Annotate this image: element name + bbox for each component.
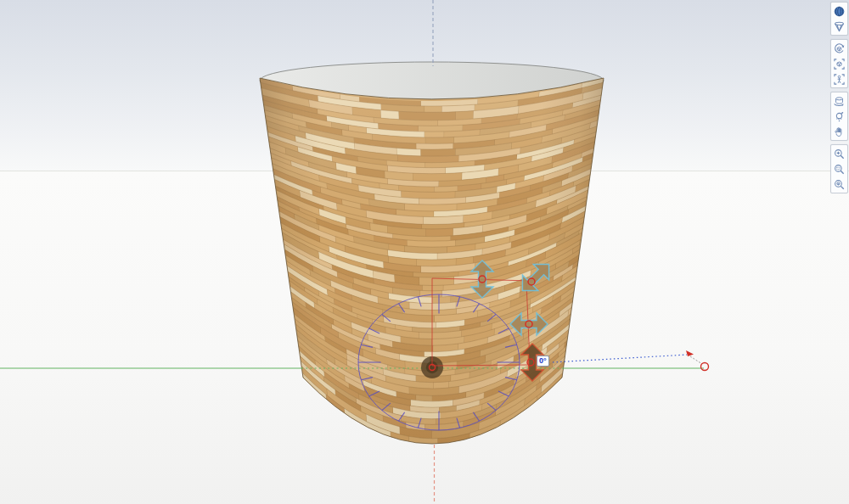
zoom-in-button[interactable] (831, 146, 847, 161)
zoom-fit-button[interactable] (831, 56, 847, 71)
zoom-window-icon (833, 163, 846, 176)
toolbar-group (830, 92, 848, 141)
toolbar-group (830, 39, 848, 88)
walkthrough-button[interactable] (831, 71, 847, 87)
navigation-toolbar (830, 2, 848, 193)
rotate-cursor-arrow (686, 350, 694, 356)
xray-cone-button[interactable] (831, 19, 847, 34)
orbit-button[interactable] (831, 41, 847, 56)
turntable-icon (833, 95, 846, 108)
toolbar-group (830, 144, 848, 193)
walkthrough-icon (833, 73, 846, 86)
zoom-in-icon (833, 148, 846, 160)
xray-cone-icon (833, 20, 846, 33)
rotation-angle-badge: 0° (537, 356, 549, 367)
pan-button[interactable] (831, 124, 847, 139)
zoom-window-button[interactable] (831, 161, 847, 176)
turntable-button[interactable] (831, 93, 847, 109)
cylinder-object[interactable] (260, 62, 604, 444)
zoom-extents-button[interactable] (831, 176, 847, 192)
app-window: 0° (0, 0, 849, 504)
pan-icon (833, 126, 846, 138)
zoom-fit-icon (833, 58, 846, 70)
shaded-sphere-icon (833, 5, 846, 18)
orbit-icon (833, 42, 846, 55)
rotate-inference-line (553, 350, 709, 371)
rotate-cursor-ring (701, 363, 709, 371)
look-around-button[interactable] (831, 109, 847, 124)
shaded-sphere-button[interactable] (831, 3, 847, 19)
viewport-canvas[interactable] (0, 0, 849, 504)
look-around-icon (833, 110, 846, 123)
toolbar-group (830, 2, 848, 36)
zoom-extents-icon (833, 178, 846, 191)
